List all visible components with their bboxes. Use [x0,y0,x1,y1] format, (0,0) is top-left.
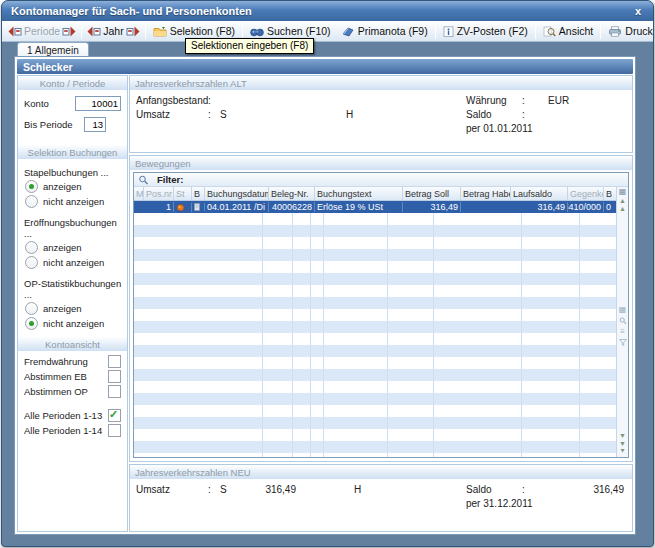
checkbox-alle-perioden-1-14[interactable]: Alle Perioden 1-14 [18,423,127,438]
radio-icon[interactable] [25,302,38,315]
radio-op-anzeigen[interactable]: anzeigen [18,301,127,316]
toolbar-separator [435,24,436,39]
filter-label: Filter: [157,174,183,185]
radio-icon[interactable] [25,256,38,269]
checkbox-icon[interactable] [108,370,121,383]
gegenkonto-cell: 8410/000 [568,202,604,212]
col-header-gegenkonto[interactable]: Gegenkonto [568,187,604,200]
row-prev-icon[interactable]: ▲ [619,205,626,212]
col-header-belegnr[interactable]: Beleg-Nr. [269,187,315,200]
toolbar-separator [535,24,536,39]
radio-icon[interactable] [25,195,38,208]
op-statistikbuchungen-label: OP-Statistikbuchungen ... [18,275,127,301]
stapelbuchungen-label: Stapelbuchungen ... [18,164,127,179]
waehrung-label: Währung [466,95,522,106]
neu-per-date: per 31.12.2011 [466,498,533,509]
primanota-button[interactable]: Primanota (F9) [336,22,433,40]
binoculars-icon [250,26,264,37]
kontomanager-window: Kontomanager für Sach- und Personenkonte… [1,0,654,547]
row-next-icon[interactable]: ▼ [619,432,626,439]
col-header-st[interactable]: St [174,187,192,200]
col-header-betrag-soll[interactable]: Betrag Soll [403,187,461,200]
checkbox-icon[interactable] [108,355,121,368]
magnifier-page-icon [543,26,556,37]
title-bar[interactable]: Kontomanager für Sach- und Personenkonte… [2,1,653,21]
filter-funnel-icon[interactable] [619,339,627,346]
alt-saldo-value [548,109,624,120]
neu-umsatz-soll-value: 316,49 [234,484,304,495]
periode-next-button[interactable] [62,26,76,37]
jahr-nav-group: Jahr [84,22,142,40]
radio-icon[interactable] [25,317,38,330]
bis-periode-input[interactable] [84,117,106,132]
konto-field-row: Konto [18,95,127,111]
bewegungen-table: M Pos.nr St B Buchungsdatum ▾ Beleg-Nr. [134,187,616,457]
radio-eb-nicht-anzeigen[interactable]: nicht anzeigen [18,255,127,270]
col-header-buchungstext[interactable]: Buchungstext [315,187,403,200]
close-button[interactable]: x [632,5,644,17]
column-chooser-icon[interactable]: ▦ [619,188,627,196]
alt-per-date: per 01.01.2011 [466,123,533,134]
row-last-icon[interactable]: ▼ [619,440,626,447]
kontoansicht-header: Kontoansicht [18,337,127,351]
belegnr-cell: 40006228 [269,202,315,212]
jahr-label: Jahr [103,25,123,37]
book-icon [341,26,355,37]
toolbar-separator [81,24,82,39]
checkbox-icon[interactable] [108,409,121,422]
alt-umsatz-soll-value [234,109,296,120]
table-row-selected[interactable]: 1 [134,201,616,213]
bewegungen-header: Bewegungen [130,156,632,170]
col-header-m[interactable]: M [134,187,144,200]
konto-input[interactable] [75,96,121,111]
checkbox-alle-perioden-1-13[interactable]: Alle Perioden 1-13 [18,408,127,423]
buchungsdatum-cell: 04.01.2011 /Di [205,202,269,212]
row-first-icon[interactable]: ▲ [619,197,626,204]
haben-indicator: H [346,109,353,120]
neu-umsatz-label: Umsatz [136,484,208,495]
col-header-betrag-haben[interactable]: Betrag Haben [461,187,511,200]
jahr-next-button[interactable] [126,26,140,37]
bewegungen-grid: Filter: M Pos.nr St B Buchungsd [133,172,629,458]
search-row-icon[interactable] [619,317,627,325]
marker-icon[interactable]: ≡ [620,328,625,336]
col-header-buchungsdatum[interactable]: Buchungsdatum ▾ [205,187,269,200]
laufsaldo-cell: 316,49 [511,202,568,212]
bewegungen-box: Bewegungen Filter: M [129,155,633,462]
neu-saldo-value: 316,49 [548,484,624,495]
checkbox-abstimmen-eb[interactable]: Abstimmen EB [18,369,127,384]
buchungstext-cell: Erlöse 19 % USt [315,202,403,212]
drucken-button[interactable]: Drucken [603,22,654,40]
ansicht-button[interactable]: Ansicht [538,22,598,40]
periode-prev-button[interactable] [8,26,22,37]
checkbox-icon[interactable] [108,385,121,398]
radio-eb-anzeigen[interactable]: anzeigen [18,240,127,255]
col-header-posnr[interactable]: Pos.nr [144,187,174,200]
periode-label: Periode [24,25,60,37]
st-cell [174,203,192,212]
filter-magnifier-icon[interactable] [138,175,149,185]
alt-umsatz-label: Umsatz [136,109,208,120]
waehrung-value: EUR [548,95,624,106]
col-header-laufsaldo[interactable]: Laufsaldo [511,187,568,200]
neu-saldo-label: Saldo [466,484,522,495]
info-page-icon [443,26,454,37]
b-cell [192,203,205,211]
radio-stapel-anzeigen[interactable]: anzeigen [18,179,127,194]
checkbox-fremdwaehrung[interactable]: Fremdwährung [18,354,127,369]
col-header-b[interactable]: B [192,187,205,200]
filter-bar[interactable]: Filter: [134,173,628,187]
calendar-icon[interactable]: ▦ [619,306,627,314]
eroeffnungsbuchungen-label: Eröffnungsbuchungen ... [18,214,127,240]
radio-icon[interactable] [25,241,38,254]
jahr-prev-button[interactable] [87,26,101,37]
zv-posten-button[interactable]: ZV-Posten (F2) [438,22,533,40]
row-end-icon[interactable]: ⯆ [620,448,626,455]
col-header-b2[interactable]: B [604,187,616,200]
table-nav-strip: ▦ ▲ ▲ ▦ ≡ [616,187,628,457]
radio-op-nicht-anzeigen[interactable]: nicht anzeigen [18,316,127,331]
checkbox-icon[interactable] [108,424,121,437]
radio-stapel-nicht-anzeigen[interactable]: nicht anzeigen [18,194,127,209]
checkbox-abstimmen-op[interactable]: Abstimmen OP [18,384,127,399]
radio-icon[interactable] [25,180,38,193]
